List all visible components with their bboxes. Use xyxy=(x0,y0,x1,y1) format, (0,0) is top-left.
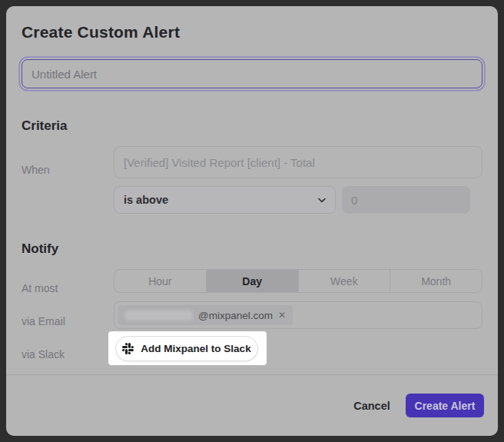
slack-button-label: Add Mixpanel to Slack xyxy=(141,343,250,354)
operator-select-value: is above xyxy=(124,194,168,206)
chevron-down-icon xyxy=(318,198,326,203)
create-custom-alert-dialog: Create Custom Alert Criteria When [Verif… xyxy=(6,6,498,436)
frequency-option-month[interactable]: Month xyxy=(390,270,482,292)
event-selector-value: [Verified] Visited Report [client] - Tot… xyxy=(124,156,315,169)
alert-name-input[interactable] xyxy=(22,59,482,88)
email-chip: @mixpanel.com ✕ xyxy=(118,305,293,325)
notify-heading: Notify xyxy=(22,241,58,257)
event-selector[interactable]: [Verified] Visited Report [client] - Tot… xyxy=(114,146,482,178)
add-mixpanel-to-slack-button[interactable]: Add Mixpanel to Slack xyxy=(115,336,258,361)
operator-select[interactable]: is above xyxy=(114,186,336,214)
when-label: When xyxy=(22,164,50,176)
slack-spotlight-highlight: Add Mixpanel to Slack xyxy=(108,331,267,365)
slack-icon xyxy=(122,343,134,354)
cancel-button[interactable]: Cancel xyxy=(345,394,399,417)
create-alert-button[interactable]: Create Alert xyxy=(406,394,484,417)
via-slack-label: via Slack xyxy=(22,348,65,361)
footer-divider xyxy=(6,374,498,375)
via-email-label: via Email xyxy=(22,315,65,327)
email-redacted-username xyxy=(125,311,193,321)
criteria-heading: Criteria xyxy=(22,118,68,134)
email-chip-domain: @mixpanel.com xyxy=(198,310,273,321)
frequency-option-week[interactable]: Week xyxy=(298,270,390,292)
at-most-label: At most xyxy=(22,282,58,294)
remove-icon[interactable]: ✕ xyxy=(278,311,286,320)
dialog-title: Create Custom Alert xyxy=(22,23,180,42)
frequency-option-day[interactable]: Day xyxy=(206,270,298,292)
threshold-input[interactable] xyxy=(342,186,470,214)
email-recipients-field[interactable]: @mixpanel.com ✕ xyxy=(114,301,482,329)
frequency-segmented-control: Hour Day Week Month xyxy=(114,269,482,293)
frequency-option-hour[interactable]: Hour xyxy=(114,270,206,292)
